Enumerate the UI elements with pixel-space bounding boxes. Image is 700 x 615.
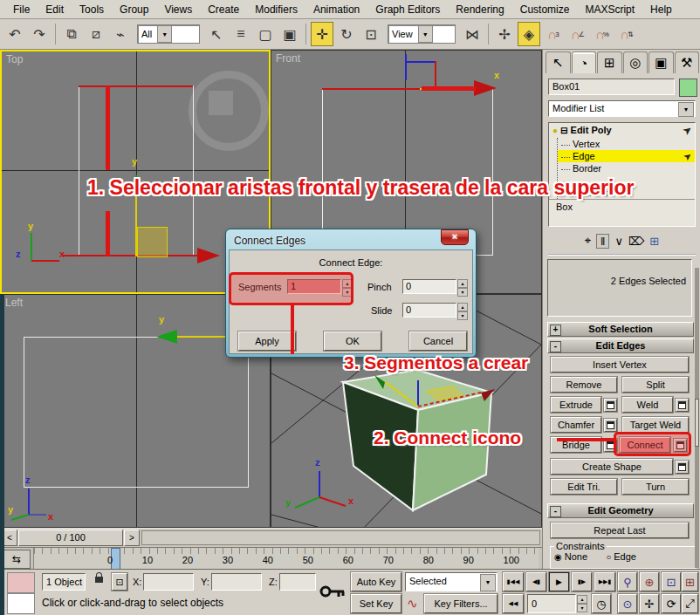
slide-field[interactable]: 0 (402, 303, 456, 318)
scrollbar-thumb[interactable] (695, 399, 699, 447)
select-move-button[interactable]: ✛ (311, 22, 333, 46)
curves-icon[interactable]: ∿ (407, 596, 418, 612)
tab-motion[interactable]: ◎ (623, 51, 649, 73)
zoom-extents-button[interactable]: ⊡ (662, 572, 681, 591)
stack-border[interactable]: Border (558, 162, 695, 174)
menu-modifiers[interactable]: Modifiers (247, 1, 305, 18)
weld-settings-button[interactable] (676, 399, 689, 412)
extrude-button[interactable]: Extrude (551, 397, 601, 413)
snap-3d-button[interactable]: ∩3 (542, 22, 565, 46)
dropdown-arrow-icon[interactable]: ▼ (678, 102, 694, 117)
tab-display[interactable]: ▣ (649, 51, 674, 73)
menu-views[interactable]: Views (156, 1, 200, 18)
constraint-edge-radio[interactable]: ○ Edge (606, 551, 636, 562)
stack-base-object[interactable]: Box (549, 199, 695, 214)
current-frame-field[interactable]: 0 (527, 594, 576, 613)
viewport-left-label[interactable]: Left (5, 297, 23, 309)
time-slider-handle[interactable]: 0 / 100 (18, 530, 123, 546)
zoom-button[interactable]: ⚲ (618, 572, 637, 591)
modifier-list-dropdown[interactable]: Modifier List ▼ (548, 100, 696, 117)
snaps-toggle-button[interactable]: ◈ (518, 22, 540, 46)
split-button[interactable]: Split (622, 377, 689, 393)
time-slider-track[interactable] (141, 530, 540, 545)
absolute-offset-toggle[interactable]: ⊡ (112, 573, 127, 591)
expand-icon[interactable]: ⊟ (560, 126, 567, 135)
select-object-button[interactable]: ↖ (205, 22, 228, 46)
play-button[interactable]: ▶ (549, 572, 569, 591)
percent-snap-button[interactable]: ∩% (591, 22, 614, 46)
previous-frame-button[interactable]: ◀▮ (526, 572, 546, 591)
menu-tools[interactable]: Tools (72, 1, 112, 18)
frame-spinner[interactable]: ▴▾ (577, 595, 587, 611)
stack-vertex[interactable]: Vertex (558, 138, 695, 150)
object-name-field[interactable]: Box01 (548, 79, 675, 95)
maxscript-mini-listener-white[interactable] (7, 593, 35, 614)
selection-lock-toggle[interactable] (91, 573, 106, 591)
tab-modify[interactable]: ◔ (572, 51, 597, 73)
tab-create[interactable]: ↖ (546, 51, 571, 73)
modifier-name[interactable]: Edit Poly (571, 125, 612, 135)
redo-button[interactable]: ↷ (28, 22, 51, 46)
next-frame-button[interactable]: > (124, 530, 140, 546)
y-coordinate-field[interactable] (211, 573, 262, 591)
x-coordinate-field[interactable] (143, 573, 194, 591)
go-to-end-button[interactable]: ▶▶▮ (594, 572, 615, 591)
next-frame-button[interactable]: ▮▶ (572, 572, 592, 591)
repeat-last-button[interactable]: Repeat Last (551, 523, 689, 538)
turn-button[interactable]: Turn (622, 479, 689, 495)
panel-scrollbar[interactable] (695, 268, 699, 568)
select-link-button[interactable]: ⧉ (60, 22, 83, 46)
menu-animation[interactable]: Animation (305, 1, 367, 18)
pan-button[interactable]: ✢ (640, 594, 659, 613)
viewport-top-label[interactable]: Top (6, 53, 23, 65)
pin-stack-button[interactable]: ⌖ (585, 234, 591, 248)
pinch-field[interactable]: 0 (402, 279, 456, 294)
pinch-spinner[interactable]: ▴▾ (457, 279, 468, 295)
go-to-start-button[interactable]: ▮◀◀ (503, 572, 524, 591)
create-shape-button[interactable]: Create Shape (551, 459, 673, 475)
unlink-button[interactable]: ⧄ (85, 22, 107, 46)
chamfer-button[interactable]: Chamfer (551, 417, 601, 433)
viewport-front-label[interactable]: Front (276, 52, 300, 65)
rollout-soft-selection[interactable]: + Soft Selection (547, 322, 694, 337)
tab-hierarchy[interactable]: ⊞ (597, 51, 622, 73)
region-zoom-button[interactable]: ⊙ (618, 594, 637, 613)
z-coordinate-field[interactable] (279, 573, 316, 591)
selection-set-dropdown[interactable]: Selected ▼ (405, 572, 498, 591)
collapse-sign[interactable]: - (550, 506, 561, 517)
spinner-snap-button[interactable]: ∩⇅ (615, 22, 638, 46)
collapse-sign[interactable]: - (550, 341, 561, 352)
gizmo-y-arrow-icon[interactable] (156, 330, 177, 344)
menu-group[interactable]: Group (112, 1, 156, 18)
dropdown-arrow-icon[interactable]: ▼ (480, 574, 496, 591)
chamfer-settings-button[interactable] (604, 419, 617, 432)
remove-button[interactable]: Remove (551, 377, 617, 393)
apply-button[interactable]: Apply (238, 331, 296, 351)
key-mode-toggle[interactable]: ◀◀ (503, 594, 524, 613)
slide-spinner[interactable]: ▴▾ (457, 303, 468, 318)
menu-customize[interactable]: Customize (512, 1, 578, 18)
close-icon[interactable]: × (441, 229, 469, 245)
constraint-none-radio[interactable]: ◉ None (554, 551, 587, 562)
mirror-button[interactable]: ⋈ (461, 22, 484, 46)
key-filters-button[interactable]: Key Filters... (424, 594, 498, 613)
box-wireframe-left[interactable] (24, 337, 249, 488)
extrude-settings-button[interactable] (604, 399, 617, 412)
gizmo-plane-handle[interactable] (137, 227, 168, 257)
select-by-name-button[interactable]: ≡ (230, 22, 252, 46)
configure-modifier-sets-button[interactable]: ⊞ (649, 235, 659, 248)
selection-filter-dropdown[interactable]: All ▼ (137, 24, 200, 44)
undo-button[interactable]: ↶ (3, 22, 26, 46)
menu-maxscript[interactable]: MAXScript (577, 1, 642, 18)
rectangular-region-button[interactable]: ▢ (254, 22, 277, 46)
menu-create[interactable]: Create (200, 1, 247, 18)
remove-modifier-button[interactable]: ⌦ (628, 235, 644, 248)
menu-help[interactable]: Help (642, 1, 680, 18)
window-crossing-button[interactable]: ▣ (278, 22, 301, 46)
select-scale-button[interactable]: ⊡ (360, 22, 382, 46)
box-right-face[interactable] (413, 393, 491, 510)
selected-edge-top[interactable] (322, 88, 425, 90)
object-color-swatch[interactable] (679, 79, 697, 97)
ok-button[interactable]: OK (324, 331, 381, 351)
insert-vertex-button[interactable]: Insert Vertex (551, 357, 689, 372)
